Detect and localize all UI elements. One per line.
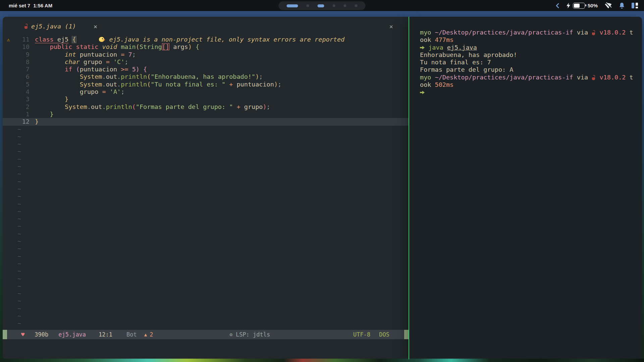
token	[76, 36, 99, 43]
code-line[interactable]: 5 System.out.println("Tu nota final es: …	[3, 81, 409, 88]
token: +	[229, 81, 233, 88]
clock[interactable]: mié set 7 1:56 AM	[0, 3, 52, 8]
wifi-off-icon[interactable]	[604, 2, 612, 9]
sign-column	[3, 73, 14, 80]
code-line[interactable]: 7 if (puntuacion >= 5) {	[3, 66, 409, 73]
token: System	[80, 81, 102, 88]
tabbar-close-icon[interactable]: ×	[389, 23, 393, 30]
tab-close-icon[interactable]: ×	[94, 23, 97, 30]
tab-title[interactable]: ej5.java (1)	[31, 23, 76, 30]
terminal-line: myo ~/Desktop/practices/java/practicas-i…	[420, 74, 639, 81]
code-line[interactable]: 6 System.out.println("Enhorabuena, has a…	[3, 73, 409, 80]
token	[68, 88, 79, 95]
token	[35, 96, 50, 103]
token	[35, 51, 50, 58]
line-number: 9	[14, 51, 35, 58]
token	[54, 58, 65, 65]
code-line[interactable]: 10 public static void main(String[] args…	[3, 43, 409, 51]
token: puntuacion	[80, 66, 117, 73]
code-text: System.out.println("Formas parte del gru…	[35, 103, 409, 111]
empty-line-tilde: ~	[3, 193, 409, 200]
line-number: 5	[14, 81, 35, 88]
token: Formas parte del grupo: A	[420, 66, 513, 73]
token: myo	[420, 74, 431, 81]
workspace-active-pill[interactable]	[318, 4, 324, 7]
token: ~/Desktop/practices/java/practicas-if	[435, 29, 573, 36]
code-line[interactable]: 9 int puntuacion = 7;	[3, 51, 409, 58]
code-line[interactable]: 8 char grupo = 'C';	[3, 58, 409, 66]
code-line[interactable]: 12}	[3, 118, 409, 125]
token	[35, 111, 50, 118]
battery-status[interactable]: 50%	[567, 3, 598, 9]
token: {	[72, 36, 76, 43]
token	[54, 81, 65, 88]
line-number: 2	[14, 103, 35, 111]
empty-line-tilde: ~	[3, 140, 409, 148]
gear-icon: ⚙	[229, 330, 232, 339]
token: "Formas parte del grupo: "	[136, 103, 233, 110]
token: =	[106, 58, 110, 65]
code-line[interactable]: 3 }	[3, 96, 409, 103]
token: ook	[420, 36, 435, 43]
empty-line-tilde: ~	[3, 297, 409, 305]
code-text: }	[35, 118, 409, 125]
status-filename: ej5.java	[58, 330, 86, 339]
empty-line-tilde: ~	[3, 260, 409, 267]
window-split-divider[interactable]	[409, 17, 409, 359]
token	[76, 51, 80, 58]
sign-column	[3, 88, 14, 96]
token: char	[65, 58, 80, 65]
workspace-active-pill[interactable]	[287, 4, 298, 7]
token	[225, 81, 229, 88]
token: v18.0.2	[600, 29, 626, 36]
token: (	[147, 81, 151, 88]
system-tray[interactable]: 50%	[555, 2, 644, 9]
token: 502ms	[435, 81, 454, 88]
mode-indicator-block	[3, 330, 7, 339]
token	[54, 51, 65, 58]
code-line[interactable]: 2 System.out.println("Formas parte del g…	[3, 103, 409, 111]
token: if	[65, 66, 72, 73]
token: Tu nota final es: 7	[420, 59, 491, 66]
token: ej5	[57, 36, 68, 43]
token	[110, 58, 113, 65]
code-text: System.out.println("Tu nota final es: " …	[35, 81, 409, 88]
token	[425, 44, 428, 51]
chick-icon	[99, 37, 104, 42]
java-cup-icon	[592, 30, 596, 35]
terminal-line: ook 477ms	[420, 36, 639, 44]
token	[35, 88, 50, 95]
token: +	[236, 103, 240, 110]
token	[80, 58, 84, 65]
warning-icon: ▲	[144, 330, 147, 339]
code-line[interactable]: 4 grupo = 'A';	[3, 88, 409, 96]
workspace-dot[interactable]	[333, 4, 335, 7]
code-line[interactable]: ⚠11class ej5 { ej5.java is a non-project…	[3, 36, 409, 43]
heart-icon: ♥	[21, 330, 24, 339]
token: int	[65, 51, 76, 58]
token	[98, 88, 102, 95]
empty-line-tilde: ~	[3, 178, 409, 185]
empty-line-tilde: ~	[3, 185, 409, 193]
workspace-dot[interactable]	[307, 4, 309, 7]
token: }	[50, 111, 54, 118]
lsp-status: LSP: jdtls	[236, 330, 270, 339]
sign-column	[3, 118, 14, 125]
code-line[interactable]: 1 }	[3, 111, 409, 118]
workspace-dot[interactable]	[355, 4, 358, 7]
token: >=	[121, 66, 128, 73]
dashboard-tiles-icon[interactable]	[632, 3, 638, 8]
notification-bell-icon[interactable]	[619, 2, 625, 9]
token: =	[102, 88, 106, 95]
code-editor-area[interactable]: ⚠11class ej5 { ej5.java is a non-project…	[3, 36, 409, 330]
token: System	[65, 103, 87, 110]
sign-column	[3, 51, 14, 58]
workspace-indicator[interactable]	[279, 1, 366, 10]
empty-line-tilde: ~	[3, 133, 409, 140]
code-text: public static void main(String[] args) {	[35, 43, 409, 51]
command-line-area	[3, 339, 409, 359]
empty-line-tilde: ~	[3, 267, 409, 275]
terminal-window[interactable]: myo ~/Desktop/practices/java/practicas-i…	[409, 17, 642, 359]
chevron-left-icon[interactable]	[555, 3, 560, 8]
workspace-dot[interactable]	[344, 4, 346, 7]
